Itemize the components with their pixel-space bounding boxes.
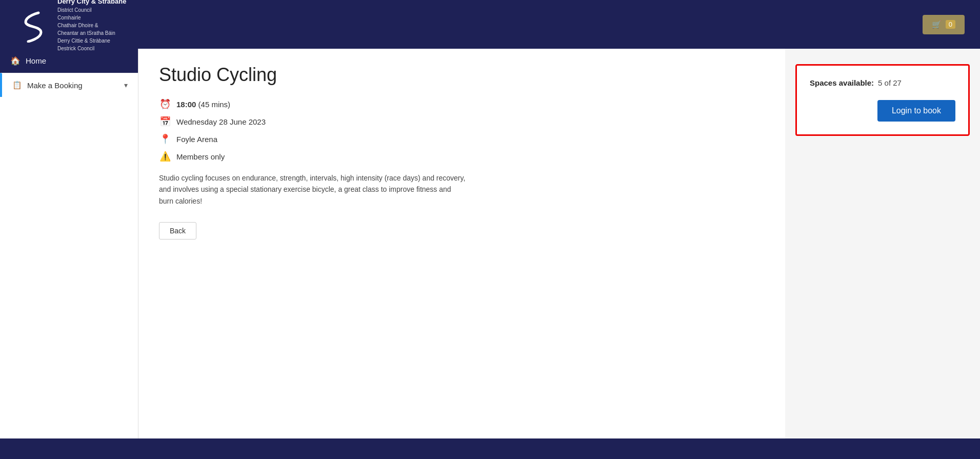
- login-to-book-button[interactable]: Login to book: [877, 100, 955, 122]
- cart-button[interactable]: 🛒 0: [923, 15, 965, 34]
- sidebar-item-booking[interactable]: 📋 Make a Booking ▾: [0, 73, 138, 97]
- booking-icon: 📋: [12, 81, 22, 90]
- date-row: 📅 Wednesday 28 June 2023: [159, 116, 765, 127]
- calendar-icon: 📅: [159, 116, 171, 127]
- clock-icon: ⏰: [159, 98, 171, 110]
- footer: [0, 438, 980, 459]
- sidebar-home-label: Home: [26, 56, 46, 65]
- org-logo: [15, 7, 51, 43]
- booking-panel: Spaces available: 5 of 27 Login to book: [795, 64, 970, 136]
- location-icon: 📍: [159, 133, 171, 145]
- main-layout: 🏠 Home 📋 Make a Booking ▾ Studio Cycling…: [0, 49, 980, 438]
- booking-panel-wrapper: Spaces available: 5 of 27 Login to book: [785, 49, 980, 438]
- sidebar-booking-label: Make a Booking: [27, 81, 83, 90]
- spaces-value: 5 of 27: [878, 78, 902, 87]
- date-value: Wednesday 28 June 2023: [176, 117, 266, 126]
- page-title: Studio Cycling: [159, 64, 765, 86]
- spaces-label: Spaces available:: [810, 78, 874, 87]
- cart-count: 0: [946, 20, 955, 29]
- class-description: Studio cycling focuses on endurance, str…: [159, 172, 467, 207]
- svg-rect-0: [15, 7, 51, 43]
- cart-icon: 🛒: [932, 20, 942, 29]
- chevron-down-icon: ▾: [124, 81, 128, 89]
- location-value: Foyle Arena: [176, 135, 217, 144]
- time-value: 18:00 (45 mins): [176, 100, 230, 109]
- logo-area: Derry City & Strabane District Council C…: [15, 0, 126, 52]
- content-area: Studio Cycling ⏰ 18:00 (45 mins) 📅 Wedne…: [138, 49, 785, 438]
- header: Derry City & Strabane District Council C…: [0, 0, 980, 49]
- booking-left: 📋 Make a Booking: [12, 81, 83, 90]
- sidebar: 🏠 Home 📋 Make a Booking ▾: [0, 49, 138, 438]
- warning-icon: ⚠️: [159, 151, 171, 162]
- time-row: ⏰ 18:00 (45 mins): [159, 98, 765, 110]
- home-icon: 🏠: [10, 56, 21, 66]
- location-row: 📍 Foyle Arena: [159, 133, 765, 145]
- back-button[interactable]: Back: [159, 222, 196, 240]
- org-text: Derry City & Strabane District Council C…: [57, 0, 126, 52]
- members-label: Members only: [176, 152, 225, 161]
- spaces-row: Spaces available: 5 of 27: [810, 78, 955, 87]
- members-row: ⚠️ Members only: [159, 151, 765, 162]
